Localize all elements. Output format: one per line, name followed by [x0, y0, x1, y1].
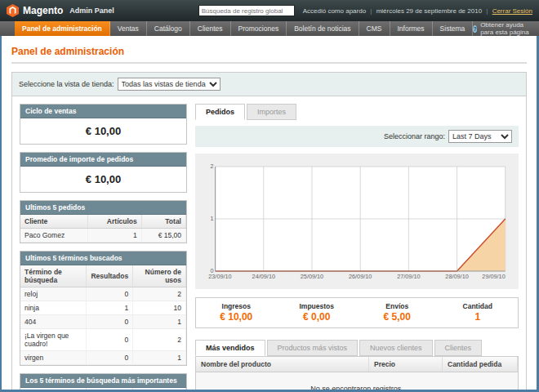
magento-logo-icon [7, 4, 19, 17]
products-grid-table: Nombre del productoPrecioCantidad pedida [196, 357, 518, 372]
chart-tabs: PedidosImportes [195, 104, 519, 120]
totals-bar: Ingresos€ 10,00Impuestos€ 0,00Envíos€ 5,… [195, 297, 519, 328]
magento-logo: Magento Admin Panel [7, 4, 114, 17]
total-value: 1 [438, 311, 519, 323]
nav-tab-4[interactable]: Promociones [231, 21, 287, 36]
total-label: Ingresos [196, 302, 277, 310]
nav-tab-0[interactable]: Panel de administración [15, 21, 110, 36]
svg-text:25/09/10: 25/09/10 [301, 274, 323, 280]
total-label: Cantidad [438, 302, 519, 310]
last-orders-panel: Ultimos 5 pedidos ClienteArtículosTotalP… [20, 200, 187, 243]
column-header: Resultados [87, 388, 133, 390]
column-header: Artículos [87, 215, 141, 229]
store-view-bar: Seleccione la vista de tienda: Todas las… [12, 73, 526, 96]
panel-title: Los 5 términos de búsqueda más important… [20, 374, 186, 388]
average-orders-value: € 10,00 [20, 167, 186, 192]
lifetime-sales-value: € 10,00 [20, 118, 186, 144]
bottom-tabs: Más vendidosProductos más vistosNuevos c… [195, 340, 519, 356]
total-value: € 5,00 [357, 311, 438, 323]
browser-window: Magento Admin Panel Accedió como apardo … [0, 0, 539, 392]
total-value: € 10,00 [196, 311, 277, 323]
average-orders-panel: Promedio de importe de pedidos € 10,00 [20, 152, 187, 193]
bottom-tab-1[interactable]: Productos más vistos [267, 340, 359, 356]
bottom-tab-0[interactable]: Más vendidos [195, 340, 265, 356]
total-cantidad: Cantidad1 [438, 302, 519, 323]
svg-text:1: 1 [210, 216, 213, 223]
logout-link[interactable]: Cerrar Sesión [492, 7, 532, 15]
chart-tab-1[interactable]: Importes [247, 104, 296, 120]
chart-tab-0[interactable]: Pedidos [195, 104, 245, 120]
bottom-tab-3[interactable]: Clientes [434, 340, 483, 356]
column-header: Término de búsqueda [20, 265, 87, 287]
panel-title: Promedio de importe de pedidos [20, 153, 186, 167]
svg-text:28/09/10: 28/09/10 [445, 274, 468, 280]
column-header: Cliente [20, 215, 87, 229]
last-search-terms-table: Término de búsquedaResultadosNúmero de u… [20, 265, 186, 365]
top-search-terms-table: Término de búsquedaResultadosNúmero de u… [20, 388, 186, 390]
bottom-tab-2[interactable]: Nuevos clientes [359, 340, 433, 356]
nav-tab-1[interactable]: Ventas [110, 21, 147, 36]
grid-header-row: Nombre del productoPrecioCantidad pedida [196, 357, 518, 372]
help-link[interactable]: ? Obtener ayuda para esta página [473, 21, 539, 36]
table-row[interactable]: ninja110 [20, 301, 186, 315]
range-bar: Seleccionar rango: Last 7 Days [195, 126, 519, 147]
total-label: Envíos [357, 302, 438, 310]
total-label: Impuestos [277, 302, 358, 310]
store-view-select[interactable]: Todas las vistas de tienda [118, 78, 220, 91]
header-user-info: Accedió como apardo | miércoles 29 de se… [303, 7, 532, 15]
range-select[interactable]: Last 7 Days [448, 130, 512, 143]
panel-title: Ciclo de ventas [20, 105, 186, 118]
top-search-terms-panel: Los 5 términos de búsqueda más important… [20, 373, 187, 390]
column-header: Resultados [87, 265, 133, 287]
dashboard-main: PedidosImportes Seleccionar rango: Last … [195, 104, 519, 390]
table-row[interactable]: ¡La virgen que cuadro!02 [20, 329, 186, 351]
svg-text:29/09/10: 29/09/10 [482, 274, 505, 280]
page-body: Panel de administración Seleccione la vi… [2, 36, 537, 390]
column-header: Término de búsqueda [20, 388, 87, 390]
svg-text:2: 2 [210, 164, 213, 171]
global-search-input[interactable] [198, 5, 295, 16]
last-orders-table: ClienteArtículosTotalPaco Gomez1€ 15,00 [20, 215, 186, 243]
nav-tab-6[interactable]: CMS [359, 21, 390, 36]
table-row[interactable]: reloj02 [20, 287, 186, 301]
logo-text: Magento [23, 5, 63, 16]
total-impuestos: Impuestos€ 0,00 [277, 302, 358, 323]
logo-subtext: Admin Panel [69, 7, 114, 15]
table-row[interactable]: Paco Gomez1€ 15,00 [20, 229, 186, 243]
help-label: Obtener ayuda para esta página [480, 21, 531, 36]
store-view-label: Seleccione la vista de tienda: [19, 80, 114, 88]
svg-text:26/09/10: 26/09/10 [349, 274, 372, 280]
orders-area-chart: 01223/09/1024/09/1025/09/1026/09/1027/09… [203, 160, 510, 283]
svg-text:27/09/10: 27/09/10 [397, 274, 420, 280]
table-row[interactable]: 40401 [20, 315, 186, 329]
panel-title: Ultimos 5 pedidos [20, 201, 186, 215]
last-search-terms-panel: Ultimos 5 términos buscados Término de b… [20, 251, 187, 366]
column-header: Número de usos [133, 388, 186, 390]
help-icon: ? [473, 25, 477, 33]
column-header: Precio [369, 357, 443, 372]
total-value: € 0,00 [277, 311, 358, 323]
page-title: Panel de administración [11, 46, 527, 57]
range-label: Seleccionar rango: [384, 132, 445, 140]
svg-text:23/09/10: 23/09/10 [208, 274, 231, 280]
sidebar: Ciclo de ventas € 10,00 Promedio de impo… [20, 104, 187, 390]
dashboard-container: Seleccione la vista de tienda: Todas las… [11, 72, 527, 390]
column-header: Número de usos [133, 265, 186, 287]
nav-tab-8[interactable]: Sistema [433, 21, 474, 36]
nav-tab-2[interactable]: Catálogo [147, 21, 190, 36]
orders-chart: 01223/09/1024/09/1025/09/1026/09/1027/09… [195, 154, 519, 289]
panel-title: Ultimos 5 términos buscados [20, 252, 186, 265]
column-header: Cantidad pedida [443, 357, 518, 372]
top-header: Magento Admin Panel Accedió como apardo … [0, 0, 539, 21]
nav-tab-7[interactable]: Informes [390, 21, 433, 36]
title-divider [11, 62, 527, 64]
svg-text:24/09/10: 24/09/10 [252, 274, 275, 280]
products-grid: Nombre del productoPrecioCantidad pedida… [195, 356, 519, 390]
nav-tab-3[interactable]: Clientes [190, 21, 231, 36]
total-envíos: Envíos€ 5,00 [357, 302, 438, 323]
column-header: Total [141, 215, 185, 229]
nav-tab-5[interactable]: Boletín de noticias [287, 21, 359, 36]
table-row[interactable]: virgen01 [20, 351, 186, 365]
grid-empty-message: No se encontraron registros. [196, 372, 518, 390]
main-nav: Panel de administraciónVentasCatálogoCli… [0, 21, 539, 36]
